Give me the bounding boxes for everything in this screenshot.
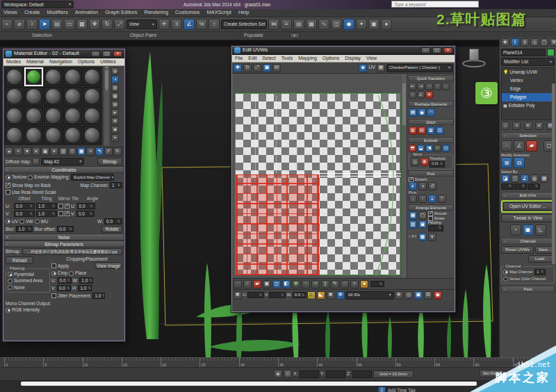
- menu-item-modifiers[interactable]: Modifiers: [43, 10, 71, 16]
- stitch-to-average-icon[interactable]: ⊡: [436, 126, 444, 135]
- grass-blade[interactable]: [325, 309, 330, 358]
- align-horizontal-icon[interactable]: ⇤: [409, 83, 416, 90]
- soft-selection-icon[interactable]: ●: [360, 280, 368, 288]
- select-and-link-icon[interactable]: ⌁: [1, 19, 13, 30]
- menu-item-modes[interactable]: Modes: [3, 59, 24, 65]
- menu-item-display[interactable]: Display: [342, 56, 363, 61]
- rollout-header-reshape-elements[interactable]: Reshape Elements: [408, 101, 454, 107]
- pack-custom-icon[interactable]: ▥: [409, 220, 417, 229]
- timeline-tick[interactable]: 55: [434, 358, 473, 367]
- select-and-move-icon[interactable]: ✥: [89, 19, 100, 30]
- material-id-channel-icon[interactable]: 0: [68, 147, 76, 156]
- space-vertically-icon[interactable]: ↕: [409, 91, 416, 99]
- material-editor-icon[interactable]: ◉: [343, 19, 354, 30]
- viewcube[interactable]: [460, 44, 489, 72]
- motion-tab-icon[interactable]: ◎: [530, 38, 539, 47]
- timeline-tick[interactable]: 15: [122, 358, 161, 367]
- uv-options-gear-icon[interactable]: ✱: [234, 291, 242, 300]
- rotate-button[interactable]: Rotate: [101, 226, 122, 233]
- menu-item-utilities[interactable]: Utilities: [97, 59, 119, 65]
- mirror-icon[interactable]: M: [272, 64, 281, 72]
- crop-v-field[interactable]: 0.0: [57, 285, 71, 291]
- menu-item-navigation[interactable]: Navigation: [47, 59, 75, 65]
- grass-blade-large[interactable]: [140, 51, 159, 339]
- contract-selection-icon[interactable]: ⊟: [514, 157, 525, 168]
- freeform-mode-icon[interactable]: ▣: [263, 64, 271, 72]
- stack-item-icon[interactable]: ▦: [503, 104, 507, 108]
- timeline-tick[interactable]: 50: [395, 358, 434, 367]
- soft-selection-falloff-field[interactable]: [370, 281, 384, 287]
- straighten-selection-icon[interactable]: ▤: [409, 108, 417, 117]
- load-button[interactable]: Load...: [528, 255, 555, 263]
- palette-scrollbar[interactable]: ▲▼: [104, 66, 109, 146]
- u-offset-field[interactable]: 0.0: [14, 203, 35, 209]
- expand-selection-icon[interactable]: ⊞: [501, 157, 512, 168]
- backlight-icon[interactable]: ◑: [111, 76, 119, 83]
- utilities-tab-icon[interactable]: ⚒: [550, 38, 556, 47]
- background-icon[interactable]: ▨: [111, 84, 119, 92]
- uv-transform-icon[interactable]: ▣: [523, 224, 534, 236]
- stack-item-icon[interactable]: 💡: [503, 70, 509, 75]
- schematic-view-icon[interactable]: ◫: [331, 19, 342, 30]
- threshold-field[interactable]: 0.01: [430, 161, 445, 168]
- make-material-copy-icon[interactable]: ▣: [41, 147, 49, 156]
- reset-map-icon[interactable]: ✕: [32, 147, 40, 156]
- rollout-header-edit-uvs[interactable]: Edit UVs: [501, 192, 555, 199]
- summed-area-radio[interactable]: [8, 279, 13, 284]
- x-coord-field[interactable]: [300, 370, 319, 378]
- select-loop-icon[interactable]: ≡: [311, 280, 320, 288]
- jitter-placement-checkbox[interactable]: [51, 293, 56, 298]
- show-end-result-icon[interactable]: ≡: [86, 147, 95, 156]
- grass-blade[interactable]: [204, 263, 211, 358]
- pack-normalize-icon[interactable]: ▦: [409, 211, 417, 220]
- stitch-to-target-icon[interactable]: ⊟: [418, 126, 426, 135]
- select-object-icon[interactable]: ➤: [39, 19, 50, 30]
- mirror-icon[interactable]: ⋈: [268, 19, 279, 30]
- unpin-all-icon[interactable]: ⇡: [438, 195, 446, 203]
- menu-item-help[interactable]: Help: [235, 10, 252, 16]
- show-map-on-back-checkbox[interactable]: [6, 183, 10, 188]
- menu-item-maxscript[interactable]: MAXScript: [204, 10, 235, 16]
- z-coord-field[interactable]: [352, 370, 372, 378]
- flatten-by-polygon-angle-icon[interactable]: ⬒: [409, 145, 416, 152]
- unpin-icon[interactable]: ↑: [418, 195, 427, 203]
- weld-selected-icon[interactable]: ◎: [411, 158, 419, 166]
- object-color-swatch[interactable]: [547, 49, 555, 56]
- go-to-parent-icon[interactable]: ↰: [95, 147, 104, 156]
- menu-item-animation[interactable]: Animation: [72, 10, 101, 16]
- grass-blade[interactable]: [463, 289, 468, 358]
- v-mirror-checkbox[interactable]: [58, 211, 63, 216]
- grass-blade[interactable]: [447, 313, 451, 358]
- maximize-icon[interactable]: ▢: [102, 51, 111, 57]
- ribbon-tab-object-paint[interactable]: Object Paint: [124, 33, 162, 38]
- zoom-extents-icon[interactable]: ◉: [434, 291, 442, 300]
- rendered-frame-window-icon[interactable]: ▣: [368, 19, 379, 30]
- break-icon[interactable]: ✂: [434, 145, 441, 152]
- material-slot[interactable]: [83, 106, 101, 125]
- uv-canvas-scrollbar[interactable]: [402, 74, 407, 278]
- peel-mode-icon[interactable]: ◑: [418, 182, 427, 190]
- get-material-icon[interactable]: ●: [5, 147, 13, 156]
- crop-u-field[interactable]: 0.0: [58, 277, 72, 284]
- timeline-tick[interactable]: 20: [161, 358, 199, 367]
- graphite-ribbon-icon[interactable]: ▦: [306, 19, 317, 30]
- material-slot[interactable]: [5, 87, 24, 106]
- modifier-stack-item-edge[interactable]: Edge: [502, 85, 554, 93]
- map-pencil-icon[interactable]: ∕: [32, 158, 40, 165]
- object-name-field[interactable]: Plane014: [501, 49, 546, 56]
- timeline-tick[interactable]: 30: [239, 358, 278, 367]
- paint-select-icon[interactable]: ✎: [331, 280, 339, 288]
- flatten-by-smoothing-group-icon[interactable]: ⬓: [417, 145, 425, 152]
- apply-checkbox[interactable]: [51, 263, 56, 268]
- hierarchy-tab-icon[interactable]: ⫚: [521, 38, 529, 47]
- blur-field[interactable]: 1.0: [16, 226, 33, 232]
- select-and-rotate-icon[interactable]: ↻: [101, 19, 113, 30]
- snaps-toggle-3-icon[interactable]: 3: [171, 19, 182, 30]
- measure-tool[interactable]: /: [409, 234, 410, 239]
- rollout-header-stitch[interactable]: Stitch: [408, 119, 454, 125]
- vertex-color-channel-radio[interactable]: [503, 277, 508, 281]
- remove-modifier-icon[interactable]: ✕: [535, 122, 543, 130]
- align-vertical-icon[interactable]: ⇥: [417, 83, 425, 90]
- pin-stack-icon[interactable]: ⍈: [501, 122, 509, 130]
- close-icon[interactable]: ✕: [113, 51, 122, 57]
